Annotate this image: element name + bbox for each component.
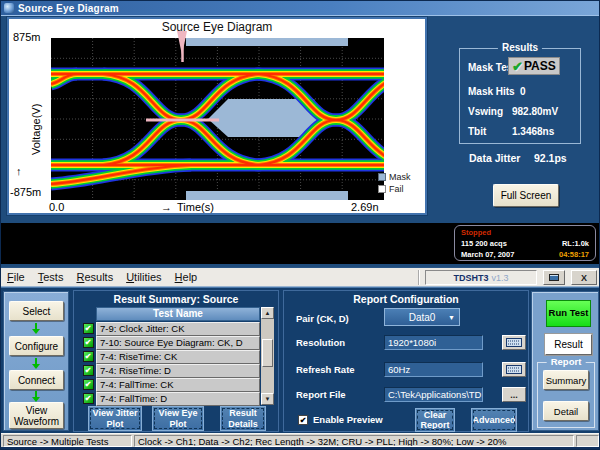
results-group-title: Results [498, 42, 542, 53]
eye-diagram-window: Source Eye Diagram [7, 17, 427, 215]
table-row[interactable]: ✔ 7-10: Source Eye Diagram: CK, D [80, 336, 260, 350]
resolution-keypad-button[interactable] [502, 335, 526, 350]
menu-bar: File Tests Results Utilities Help TDSHT3… [1, 267, 600, 287]
record-length: RL:1.0k [562, 239, 589, 250]
pass-check-icon: ✔ [83, 365, 94, 376]
x-axis-title: Time(s) [177, 201, 214, 213]
pair-dropdown[interactable]: Data0 ▼ [384, 308, 460, 326]
tdsht3-application-window: Source Eye Diagram Source Eye Diagram [0, 0, 600, 450]
table-header-test-name: Test Name [96, 307, 260, 321]
enable-preview-checkbox[interactable]: ✔ [298, 415, 308, 425]
menu-utilities[interactable]: Utilities [126, 271, 161, 283]
connect-button[interactable]: Connect [9, 370, 64, 390]
test-name: 7-10: Source Eye Diagram: CK, D [96, 336, 260, 350]
scope-status-box: Stopped 115 200 acqs RL:1.0k March 07, 2… [454, 225, 596, 261]
enable-preview-label: Enable Preview [313, 414, 383, 425]
menu-divider [418, 270, 419, 285]
refresh-rate-input[interactable]: 60Hz [384, 362, 483, 377]
scroll-down-icon[interactable]: ▼ [261, 393, 274, 405]
cursor-marker-icon [177, 31, 187, 55]
table-row[interactable]: ✔ 7-4: FallTime: D [80, 392, 260, 406]
pass-check-icon: ✔ [83, 337, 94, 348]
menu-file[interactable]: File [7, 271, 25, 283]
app-version-box: TDSHT3 v1.3 [425, 270, 537, 285]
test-name: 7-4: RiseTime: D [96, 364, 260, 378]
result-details-button[interactable]: Result Details [220, 406, 266, 431]
result-button[interactable]: Result [545, 334, 592, 355]
table-row[interactable]: ✔ 7-4: RiseTime: D [80, 364, 260, 378]
pass-check-icon: ✔ [83, 379, 94, 390]
run-report-panel: Run Test Result Report Summary Detail [531, 291, 599, 431]
resolution-label: Resolution [296, 337, 345, 348]
tbit-label: Tbit [468, 126, 486, 137]
clear-report-button[interactable]: Clear Report [415, 408, 455, 432]
refresh-rate-label: Refresh Rate [296, 364, 355, 375]
view-waveform-button[interactable]: View Waveform [9, 402, 64, 429]
test-name: 7-9: Clock Jitter: CK [96, 322, 260, 336]
table-row[interactable]: ✔ 7-9: Clock Jitter: CK [80, 322, 260, 336]
app-name: TDSHT3 [453, 273, 488, 283]
mask-hits-label: Mask Hits [468, 86, 515, 97]
pair-label: Pair (CK, D) [296, 313, 349, 324]
result-summary-table: Test Name ✔ 7-9: Clock Jitter: CK ✔ 7-10… [80, 307, 274, 407]
report-file-label: Report File [296, 389, 346, 400]
eye-diagram-plot [51, 38, 384, 200]
menu-results[interactable]: Results [76, 271, 113, 283]
acquisition-count: 115 200 acqs [461, 239, 507, 250]
minimize-app-button[interactable] [543, 270, 565, 285]
fail-legend-swatch [378, 185, 386, 193]
select-button[interactable]: Select [9, 301, 64, 321]
view-jitter-plot-button[interactable]: View Jitter Plot [88, 406, 142, 431]
y-axis-max-label: 875m [13, 31, 41, 43]
fail-legend-label: Fail [389, 184, 404, 194]
status-bar: Source -> Multiple Tests Clock -> Ch1; D… [1, 433, 600, 447]
table-row[interactable]: ✔ 7-4: RiseTime: CK [80, 350, 260, 364]
result-summary-title: Result Summary: Source [74, 293, 278, 305]
browse-button[interactable]: ... [502, 387, 526, 402]
table-row[interactable]: ✔ 7-4: FallTime: CK [80, 378, 260, 392]
menu-help[interactable]: Help [175, 271, 198, 283]
report-configuration-title: Report Configuration [284, 293, 528, 305]
test-name: 7-4: FallTime: CK [96, 378, 260, 392]
window-titlebar[interactable]: Source Eye Diagram [1, 1, 600, 16]
refresh-keypad-button[interactable] [502, 362, 526, 377]
full-screen-button[interactable]: Full Screen [493, 184, 559, 207]
results-groupbox: Results Mask Test ✔ PASS Mask Hits 0 Vsw… [459, 48, 581, 144]
status-spacer [576, 435, 599, 447]
eye-diagram-canvas [51, 38, 384, 200]
scroll-up-icon[interactable]: ▲ [261, 307, 274, 319]
close-icon: X [581, 273, 587, 283]
menu-tests[interactable]: Tests [38, 271, 64, 283]
data-jitter-value: 92.1ps [534, 152, 567, 164]
y-axis-min-label: -875m [10, 186, 41, 198]
control-area: Select Configure Connect View Waveform R… [1, 287, 600, 433]
test-name: 7-4: RiseTime: CK [96, 350, 260, 364]
vswing-value: 982.80mV [512, 106, 558, 117]
summary-button[interactable]: Summary [543, 370, 589, 390]
scope-date: March 07, 2007 [461, 250, 514, 261]
workflow-arrow-icon [32, 323, 40, 334]
mask-legend-swatch [378, 173, 386, 181]
view-eye-plot-button[interactable]: View Eye Plot [152, 406, 204, 431]
y-axis-title: Voltage(V) [30, 104, 42, 155]
pass-check-icon: ✔ [512, 59, 523, 74]
report-configuration-section: Report Configuration Pair (CK, D) Data0 … [283, 290, 529, 432]
report-file-input[interactable]: C:\TekApplications\TDSHT [384, 387, 483, 402]
table-scrollbar[interactable]: ▲ ▼ [261, 307, 274, 405]
advanced-button[interactable]: Advanced [471, 408, 517, 432]
scope-status-strip: Stopped 115 200 acqs RL:1.0k March 07, 2… [1, 223, 600, 264]
detail-button[interactable]: Detail [543, 401, 589, 421]
scrollbar-thumb[interactable] [262, 339, 273, 367]
configure-button[interactable]: Configure [9, 336, 64, 356]
close-app-button[interactable]: X [571, 270, 597, 285]
tbit-value: 1.3468ns [512, 126, 554, 137]
pass-check-icon: ✔ [83, 351, 94, 362]
data-jitter-label: Data Jitter [469, 152, 520, 164]
resolution-input[interactable]: 1920*1080i [384, 335, 483, 350]
run-test-button[interactable]: Run Test [546, 300, 591, 327]
report-groupbox: Report Summary Detail [537, 362, 595, 428]
screen-icon [549, 274, 559, 281]
pass-check-icon: ✔ [83, 323, 94, 334]
acquisition-state: Stopped [461, 228, 491, 239]
app-icon [4, 3, 14, 13]
